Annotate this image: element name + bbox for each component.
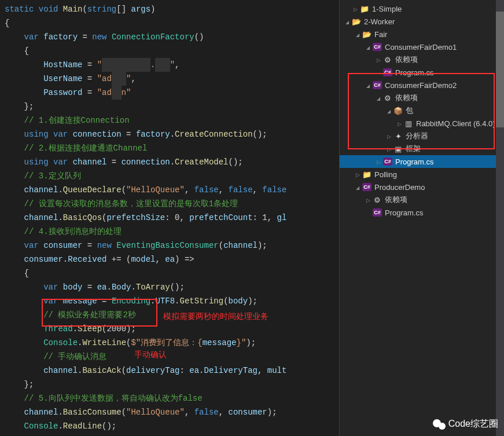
- csharp-icon: C#: [362, 183, 371, 191]
- csharp-icon: C#: [373, 81, 382, 89]
- tree-item-deps1[interactable]: ⚙ 依赖项: [340, 53, 504, 66]
- collapse-icon[interactable]: [385, 133, 393, 140]
- sidebar-scrollbar[interactable]: [496, 0, 504, 436]
- csharp-icon: C#: [373, 43, 382, 51]
- tree-item-program2[interactable]: C# Program.cs: [340, 155, 504, 168]
- tree-item-analyzer[interactable]: ✦ 分析器: [340, 130, 504, 142]
- tree-item-packages[interactable]: 📦 包: [340, 104, 504, 117]
- collapse-icon[interactable]: [351, 6, 359, 12]
- collapse-icon[interactable]: [364, 197, 372, 203]
- dependencies-icon: ⚙: [382, 56, 393, 64]
- tree-item-fair[interactable]: 📂 Fair: [340, 28, 504, 41]
- tree-item-deps2[interactable]: ⚙ 依赖项: [340, 91, 504, 104]
- folder-open-icon: 📂: [362, 30, 372, 39]
- folder-icon: 📁: [362, 170, 372, 179]
- svg-point-1: [439, 423, 446, 430]
- expand-icon[interactable]: [374, 95, 382, 101]
- expand-icon[interactable]: [364, 82, 372, 89]
- csharp-icon: C#: [373, 208, 382, 217]
- dependencies-icon: ⚙: [372, 196, 382, 204]
- tree-item-polling[interactable]: 📁 Polling: [340, 168, 504, 181]
- csharp-icon: C#: [383, 157, 392, 166]
- folder-icon: 📁: [359, 5, 370, 13]
- nuget-icon: ▥: [403, 119, 414, 128]
- expand-icon[interactable]: [354, 184, 362, 190]
- wechat-icon: [432, 419, 446, 430]
- csharp-icon: C#: [383, 68, 392, 76]
- tree-item-deps3[interactable]: ⚙ 依赖项: [340, 193, 504, 206]
- tree-item-producer[interactable]: C# ProducerDemo: [340, 181, 504, 193]
- collapse-icon[interactable]: [374, 57, 382, 63]
- package-icon: 📦: [393, 107, 403, 115]
- collapse-icon[interactable]: [385, 146, 393, 152]
- tree-item-consumerfairdemo1[interactable]: C# ConsumerFairDemo1: [340, 41, 504, 53]
- solution-explorer[interactable]: 📁 1-Simple 📂 2-Worker 📂 Fair C# Consumer…: [339, 0, 504, 436]
- watermark: Code综艺圈: [432, 418, 498, 430]
- analyzer-icon: ✦: [393, 132, 403, 141]
- tree-item-consumerfairdemo2[interactable]: C# ConsumerFairDemo2: [340, 79, 504, 91]
- code-editor[interactable]: static void Main(string[] args) { var fa…: [0, 0, 339, 436]
- tree-item-framework[interactable]: ▣ 框架: [340, 142, 504, 155]
- tree-item-1-simple[interactable]: 📁 1-Simple: [340, 2, 504, 15]
- tree-item-2-worker[interactable]: 📂 2-Worker: [340, 15, 504, 28]
- annotation-2: 手动确认: [134, 347, 167, 361]
- tree-item-program3[interactable]: C# Program.cs: [340, 206, 504, 219]
- highlight-box-1: [42, 299, 157, 327]
- annotation-1: 模拟需要两秒的时间处理业务: [163, 309, 268, 323]
- tree-item-program1[interactable]: C# Program.cs: [340, 66, 504, 79]
- dependencies-icon: ⚙: [382, 94, 393, 102]
- folder-open-icon: 📂: [351, 17, 362, 26]
- expand-icon[interactable]: [385, 108, 393, 114]
- collapse-icon[interactable]: [354, 171, 362, 178]
- collapse-icon[interactable]: [395, 120, 403, 127]
- expand-icon[interactable]: [343, 19, 351, 25]
- tree-item-rabbitmq[interactable]: ▥ RabbitMQ.Client (6.4.0): [340, 117, 504, 130]
- framework-icon: ▣: [393, 145, 403, 153]
- collapse-icon[interactable]: [374, 159, 382, 165]
- expand-icon[interactable]: [364, 44, 372, 50]
- expand-icon[interactable]: [354, 31, 362, 38]
